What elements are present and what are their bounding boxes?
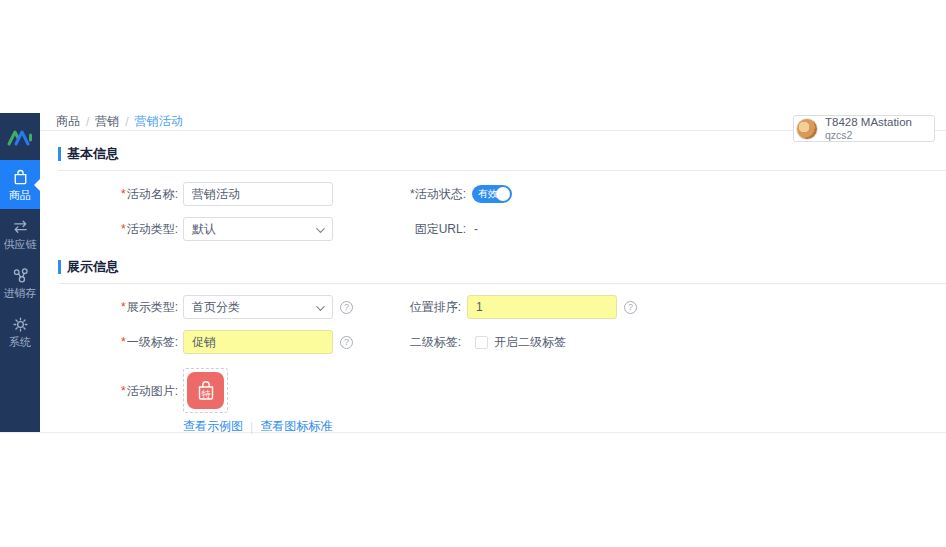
section-title-text: 基本信息	[67, 145, 119, 163]
breadcrumb-separator: /	[125, 115, 128, 129]
activity-name-input[interactable]	[183, 182, 333, 206]
section-accent-bar	[58, 260, 61, 274]
breadcrumb-item-goods[interactable]: 商品	[56, 113, 80, 130]
section-divider	[58, 283, 946, 284]
required-mark: *	[121, 300, 126, 314]
row-activity-image: *活动图片: 特 查看示例图 |	[58, 368, 946, 435]
required-mark: *	[121, 222, 126, 236]
exchange-icon	[11, 217, 30, 236]
sidebar-item-label: 进销存	[4, 288, 37, 299]
activity-image-upload[interactable]: 特	[183, 368, 228, 413]
section-display-info: 展示信息	[58, 258, 946, 276]
section-basic-info: 基本信息	[58, 145, 946, 163]
activity-name-label: *活动名称:	[58, 186, 178, 203]
display-type-select[interactable]: 首页分类	[183, 295, 333, 319]
toggle-on-text: 有效	[478, 188, 498, 200]
chevron-down-icon	[315, 225, 326, 236]
active-item-arrow	[34, 179, 40, 191]
fixed-url-label: 固定URL:	[333, 221, 466, 238]
sidebar-item-label: 商品	[9, 190, 31, 201]
secondary-tag-checkbox-label: 开启二级标签	[494, 334, 566, 351]
app-logo[interactable]	[0, 113, 40, 160]
user-name: T8428 MAstation	[825, 116, 912, 129]
help-icon[interactable]: ?	[624, 301, 637, 314]
position-order-input[interactable]	[467, 295, 617, 319]
secondary-tag-checkbox-group[interactable]: 开启二级标签	[475, 334, 566, 351]
sidebar-item-label: 系统	[9, 337, 31, 348]
activity-type-value: 默认	[192, 221, 216, 238]
row-activity-name-status: *活动名称: *活动状态: 有效	[58, 182, 946, 206]
display-type-value: 首页分类	[192, 299, 240, 316]
avatar	[796, 118, 818, 140]
sidebar-item-supply-chain[interactable]: 供应链	[0, 209, 40, 258]
breadcrumb-item-marketing-activity: 营销活动	[135, 113, 183, 130]
chevron-down-icon	[315, 303, 326, 314]
position-order-label: 位置排序:	[353, 299, 461, 316]
row-activity-type-url: *活动类型: 默认 固定URL: -	[58, 217, 946, 241]
view-icon-standard-link[interactable]: 查看图标标准	[260, 418, 332, 435]
main-area: 商品 / 营销 / 营销活动 T8428 MAstation qzcs2 基本信…	[40, 113, 946, 432]
activity-status-label: *活动状态:	[333, 186, 466, 203]
primary-tag-input[interactable]	[183, 330, 333, 354]
gear-icon	[11, 315, 30, 334]
promo-icon-text: 特	[201, 388, 210, 398]
section-divider	[58, 170, 946, 171]
sidebar-item-goods[interactable]: 商品	[0, 160, 40, 209]
help-icon[interactable]: ?	[340, 336, 353, 349]
breadcrumb: 商品 / 营销 / 营销活动	[56, 113, 183, 130]
view-example-link[interactable]: 查看示例图	[183, 418, 243, 435]
row-primary-secondary-tag: *一级标签: ? 二级标签: 开启二级标签	[58, 330, 946, 354]
top-bar: 商品 / 营销 / 营销活动 T8428 MAstation qzcs2	[40, 113, 946, 131]
bag-icon	[11, 168, 30, 187]
link-separator: |	[250, 420, 253, 434]
secondary-tag-checkbox[interactable]	[475, 336, 488, 349]
required-mark: *	[121, 335, 126, 349]
activity-type-select[interactable]: 默认	[183, 217, 333, 241]
fixed-url-value: -	[474, 222, 478, 236]
sidebar-item-inventory[interactable]: 进销存	[0, 258, 40, 307]
display-type-label: *展示类型:	[58, 299, 178, 316]
row-display-type-order: *展示类型: 首页分类 ? 位置排序: ?	[58, 295, 946, 319]
secondary-tag-label: 二级标签:	[353, 334, 461, 351]
primary-tag-label: *一级标签:	[58, 334, 178, 351]
promo-bag-icon: 特	[187, 372, 224, 409]
help-icon[interactable]: ?	[340, 301, 353, 314]
required-mark: *	[121, 384, 126, 398]
breadcrumb-separator: /	[86, 115, 89, 129]
logo-icon	[6, 127, 34, 147]
bag-glyph-icon: 特	[193, 378, 219, 404]
required-mark: *	[121, 187, 126, 201]
activity-type-label: *活动类型:	[58, 221, 178, 238]
sidebar-item-system[interactable]: 系统	[0, 307, 40, 356]
sidebar: 商品 供应链 进销存 系统	[0, 113, 40, 432]
toggle-knob	[496, 187, 510, 201]
activity-status-toggle[interactable]: 有效	[472, 185, 512, 203]
section-accent-bar	[58, 147, 61, 161]
sidebar-item-label: 供应链	[4, 239, 37, 250]
activity-image-label: *活动图片:	[58, 383, 178, 435]
user-username: qzcs2	[825, 129, 912, 141]
user-menu[interactable]: T8428 MAstation qzcs2	[793, 115, 935, 142]
image-links: 查看示例图 | 查看图标标准	[183, 418, 332, 435]
share-icon	[11, 266, 30, 285]
section-title-text: 展示信息	[67, 258, 119, 276]
app-window: 商品 供应链 进销存 系统	[0, 113, 946, 433]
form-content: 基本信息 *活动名称: *活动状态: 有效 *活动类型: 默认	[40, 131, 946, 435]
breadcrumb-item-marketing[interactable]: 营销	[95, 113, 119, 130]
